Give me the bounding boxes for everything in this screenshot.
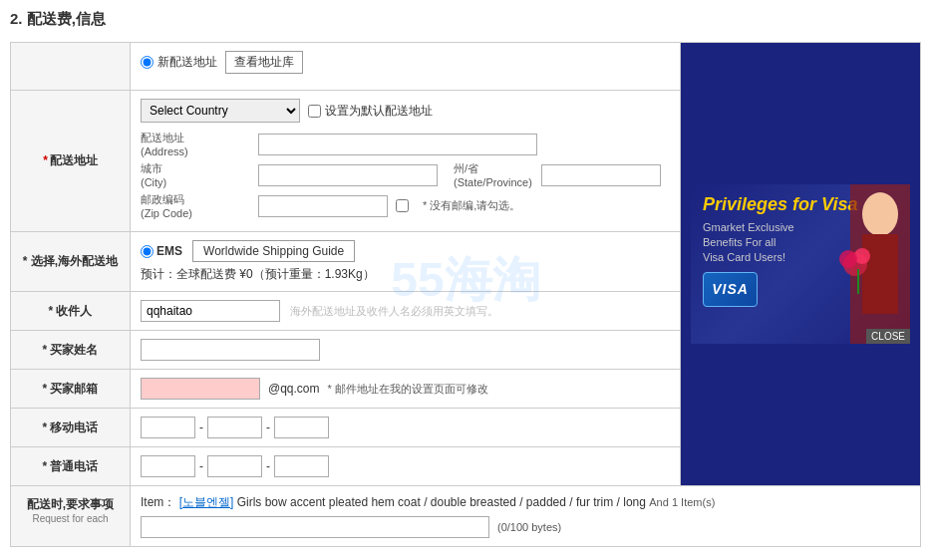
no-zip-checkbox[interactable] [396, 199, 409, 212]
address-top-row: 新配送地址 查看地址库 [141, 51, 670, 74]
no-zip-label: * 没有邮编,请勾选。 [423, 198, 520, 213]
address-line-row: 配送地址 (Address) [141, 131, 670, 157]
ad-title-line1: Privileges for [703, 194, 816, 214]
recipient-input[interactable] [141, 300, 280, 322]
new-address-label: 新配送地址 [157, 54, 217, 71]
recipient-label-cell: * 收件人 [11, 292, 131, 331]
address-input[interactable] [258, 134, 537, 155]
phone-cell: - - [131, 447, 681, 486]
item-more: And 1 Item(s) [649, 496, 715, 508]
zip-input[interactable] [258, 195, 388, 217]
buyer-email-cell: @qq.com * 邮件地址在我的设置页面可修改 [131, 370, 681, 409]
item-prefix: Item： [141, 495, 175, 509]
recipient-input-row: 海外配送地址及收件人名必须用英文填写。 [141, 300, 670, 322]
email-row: @qq.com * 邮件地址在我的设置页面可修改 [141, 378, 670, 400]
recipient-cell: 海外配送地址及收件人名必须用英文填写。 [131, 292, 681, 331]
request-row: 配送时,要求事项 Request for each Item： [노블엔젤] G… [11, 486, 921, 547]
phone-part3[interactable] [274, 455, 329, 477]
email-note: * 邮件地址在我的设置页面可修改 [328, 382, 488, 397]
request-sublabel: Request for each [21, 513, 120, 524]
address-label-cell [11, 43, 131, 91]
mobile-cell: - - [131, 409, 681, 447]
new-address-option[interactable]: 新配送地址 [141, 54, 217, 71]
buyer-name-cell [131, 331, 681, 370]
svg-point-5 [839, 250, 857, 268]
request-input[interactable] [141, 516, 489, 538]
country-row: Select Country 设置为默认配送地址 [141, 99, 670, 123]
shipping-options-row: EMS Worldwide Shipping Guide [141, 240, 670, 262]
default-label-text: 设置为默认配送地址 [325, 103, 433, 120]
request-input-row: (0/100 bytes) [141, 516, 910, 538]
item-line: Item： [노블엔젤] Girls bow accent pleated he… [141, 494, 910, 511]
phone-label-cell: * 普通电话 [11, 447, 131, 486]
mobile-part1[interactable] [141, 417, 195, 438]
item-desc: Girls bow accent pleated hem coat / doub… [237, 495, 646, 509]
ad-person-svg [820, 184, 910, 344]
section-title: 2. 配送费,信息 [10, 10, 921, 34]
address-select-row: 新配送地址 查看地址库 Privileges for Visa Gmarket … [11, 43, 921, 91]
mobile-label-cell: * 移动电话 [11, 409, 131, 447]
byte-count: (0/100 bytes) [497, 521, 561, 533]
buyer-name-label-cell: * 买家姓名 [11, 331, 131, 370]
mobile-dash1: - [199, 420, 203, 434]
shipping-cost-text: 预计：全球配送费 ¥0（预计重量：1.93Kg） [141, 266, 670, 283]
ad-person-area [820, 184, 910, 344]
visa-card: VISA [703, 272, 758, 307]
mobile-part2[interactable] [207, 417, 262, 438]
email-input[interactable] [141, 378, 260, 400]
request-label: 配送时,要求事项 [21, 496, 120, 513]
zip-row: 邮政编码 (Zip Code) * 没有邮编,请勾选。 [141, 192, 670, 219]
address-field-label: 配送地址 (Address) [141, 131, 250, 157]
state-field-label: 州/省 (State/Province) [454, 161, 533, 188]
delivery-address-label: *配送地址 [11, 91, 131, 232]
email-domain: @qq.com [268, 382, 320, 396]
address-top-cell: 新配送地址 查看地址库 [131, 43, 681, 91]
close-button[interactable]: CLOSE [866, 329, 910, 344]
worldwide-shipping-button[interactable]: Worldwide Shipping Guide [192, 240, 355, 262]
shipping-method-label: * 选择,海外配送地 [11, 232, 131, 292]
city-input[interactable] [258, 164, 438, 186]
svg-rect-2 [862, 234, 898, 314]
recipient-note: 海外配送地址及收件人名必须用英文填写。 [290, 304, 498, 319]
phone-input-row: - - [141, 455, 670, 477]
page-container: 2. 配送费,信息 新配送地址 查看地址库 Privileges for [0, 0, 931, 557]
phone-dash1: - [199, 459, 203, 473]
mobile-part3[interactable] [274, 417, 329, 438]
city-field-label: 城市 (City) [141, 161, 250, 188]
buyer-email-label-cell: * 买家邮箱 [11, 370, 131, 409]
shipping-method-cell: EMS Worldwide Shipping Guide 预计：全球配送费 ¥0… [131, 232, 681, 292]
country-select[interactable]: Select Country [141, 99, 300, 123]
shipping-info-table: 新配送地址 查看地址库 Privileges for Visa Gmarket … [10, 42, 921, 547]
buyer-name-input[interactable] [141, 339, 320, 361]
request-label-cell: 配送时,要求事项 Request for each [11, 486, 131, 547]
ad-banner: Privileges for Visa Gmarket Exclusive Be… [691, 184, 910, 344]
default-address-label[interactable]: 设置为默认配送地址 [308, 103, 433, 120]
phone-dash2: - [266, 459, 270, 473]
ad-banner-cell: Privileges for Visa Gmarket Exclusive Be… [681, 43, 921, 486]
city-state-row: 城市 (City) 州/省 (State/Province) [141, 161, 670, 188]
request-cell: Item： [노블엔젤] Girls bow accent pleated he… [131, 486, 921, 547]
ems-label: EMS [156, 244, 182, 258]
address-fields-cell: Select Country 设置为默认配送地址 配送地址 (Address) [131, 91, 681, 232]
view-address-button[interactable]: 查看地址库 [225, 51, 303, 74]
default-address-checkbox[interactable] [308, 105, 321, 118]
state-input[interactable] [541, 164, 661, 186]
new-address-radio[interactable] [141, 56, 154, 69]
svg-point-1 [862, 192, 898, 236]
phone-part1[interactable] [141, 455, 195, 477]
item-link[interactable]: [노블엔젤] [179, 495, 234, 509]
zip-field-label: 邮政编码 (Zip Code) [141, 192, 250, 219]
phone-part2[interactable] [207, 455, 262, 477]
ems-radio-label[interactable]: EMS [141, 244, 182, 258]
ems-radio[interactable] [141, 245, 154, 258]
mobile-input-row: - - [141, 417, 670, 438]
mobile-dash2: - [266, 420, 270, 434]
